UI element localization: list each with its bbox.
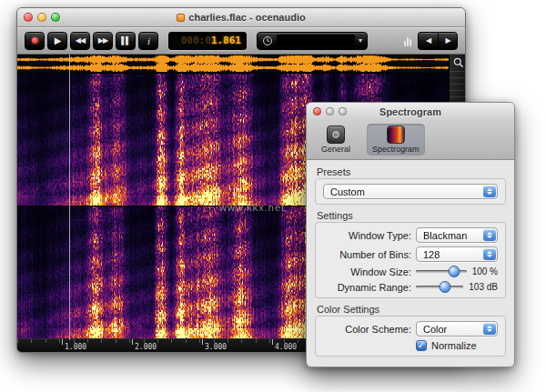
color-settings-section: Color Settings Color Scheme: Color ✓ Nor… (315, 304, 506, 357)
window-size-label: Window Size: (323, 266, 411, 277)
settings-section: Settings Window Type: Blackman Number of… (315, 210, 506, 298)
window-type-label: Window Type: (323, 230, 411, 241)
color-scheme-value: Color (423, 324, 447, 335)
select-arrows-icon (483, 248, 496, 260)
nav-forward-button[interactable]: ▶ (438, 32, 458, 50)
dialog-minimize-button (326, 107, 334, 116)
play-button[interactable]: ▶ (47, 32, 67, 50)
play-icon: ▶ (55, 35, 61, 45)
record-icon (32, 37, 38, 44)
normalize-label: Normalize (431, 340, 477, 351)
window-type-value: Blackman (423, 230, 467, 241)
window-title: charlies.flac - ocenaudio (17, 12, 465, 23)
color-scheme-select[interactable]: Color (416, 321, 498, 337)
pause-button[interactable]: ▌▌ (116, 32, 136, 50)
document-icon (177, 14, 185, 22)
color-settings-label: Color Settings (317, 304, 506, 315)
nav-back-button[interactable]: ◀ (418, 32, 438, 50)
time-tick: 2.000 (135, 343, 157, 351)
watermark: www.kkx.net (219, 202, 285, 213)
select-arrows-icon (483, 186, 496, 197)
selection-dropdown[interactable]: ▾ (257, 32, 368, 50)
magnifier-icon (453, 57, 464, 68)
presets-select[interactable]: Custom (323, 184, 498, 199)
settings-label: Settings (317, 210, 506, 221)
zoom-button[interactable] (51, 13, 60, 22)
info-button[interactable]: i (138, 32, 158, 50)
presets-section: Presets Custom (315, 166, 506, 205)
rewind-button[interactable]: ◀◀ (70, 32, 90, 50)
slider-thumb[interactable] (449, 266, 460, 277)
time-tick: 1.000 (65, 343, 86, 351)
select-arrows-icon (483, 323, 496, 335)
playhead-cursor[interactable] (69, 55, 70, 340)
color-scheme-label: Color Scheme: (323, 324, 411, 335)
main-toolbar: ▶ ◀◀ ▶▶ ▌▌ i 000:01.861 ▾ ◀ ▶ (17, 27, 465, 55)
number-of-bins-label: Number of Bins: (323, 249, 411, 260)
dynamic-range-label: Dynamic Range: (323, 282, 411, 293)
normalize-checkbox[interactable]: ✓ (416, 340, 427, 351)
info-icon: i (147, 35, 149, 46)
time-display: 000:01.861 (168, 32, 247, 50)
rewind-icon: ◀◀ (76, 36, 85, 45)
dialog-zoom-button (339, 107, 347, 116)
nav-segment: ◀ ▶ (418, 32, 458, 50)
record-button[interactable] (25, 32, 45, 50)
fast-forward-icon: ▶▶ (98, 36, 107, 45)
tab-spectrogram[interactable]: Spectrogram (367, 124, 425, 156)
time-tick: 4.000 (275, 343, 297, 351)
close-button[interactable] (24, 13, 33, 22)
dialog-titlebar[interactable]: Spectrogram (307, 103, 514, 120)
dialog-close-button[interactable] (313, 107, 321, 116)
zoom-tool-button[interactable] (450, 55, 467, 71)
presets-select-value: Custom (330, 186, 365, 197)
fast-forward-button[interactable]: ▶▶ (93, 32, 113, 50)
nav-forward-icon: ▶ (445, 36, 450, 45)
time-tick: 3.000 (205, 343, 227, 351)
dynamic-range-slider[interactable] (416, 281, 463, 293)
window-size-slider[interactable] (416, 266, 467, 277)
window-size-value: 100 % (472, 266, 498, 276)
spectrogram-dialog: Spectrogram ⚙ General Spectrogram Preset… (306, 102, 515, 367)
selection-display (277, 35, 355, 46)
select-arrows-icon (483, 229, 496, 241)
tab-spectrogram-label: Spectrogram (372, 145, 420, 154)
slider-thumb[interactable] (440, 281, 451, 293)
level-meter-icon (404, 35, 411, 46)
tab-general-label: General (321, 145, 350, 154)
spectrogram-tab-icon (387, 126, 405, 144)
time-display-dim: 000:0 (181, 35, 211, 46)
dialog-content: Presets Custom Settings Window Type: Bla… (307, 160, 514, 363)
general-icon: ⚙ (327, 126, 345, 144)
dialog-tabbar: ⚙ General Spectrogram (307, 120, 514, 160)
tab-general[interactable]: ⚙ General (316, 124, 356, 156)
main-titlebar[interactable]: charlies.flac - ocenaudio (17, 8, 465, 27)
waveform-overview[interactable] (17, 55, 449, 73)
time-display-value: 1.861 (211, 35, 241, 46)
number-of-bins-value: 128 (423, 249, 440, 260)
pause-icon: ▌▌ (121, 36, 129, 45)
normalize-row: ✓ Normalize (416, 340, 498, 351)
nav-back-icon: ◀ (426, 36, 430, 45)
presets-label: Presets (317, 166, 506, 177)
dynamic-range-value: 103 dB (469, 282, 498, 292)
minimize-button[interactable] (37, 13, 46, 22)
desktop: charlies.flac - ocenaudio ▶ ◀◀ ▶▶ ▌▌ i 0… (0, 0, 546, 392)
window-type-select[interactable]: Blackman (416, 227, 498, 243)
number-of-bins-select[interactable]: 128 (416, 246, 498, 262)
chevron-down-icon: ▾ (359, 36, 362, 45)
clock-icon (262, 35, 273, 46)
